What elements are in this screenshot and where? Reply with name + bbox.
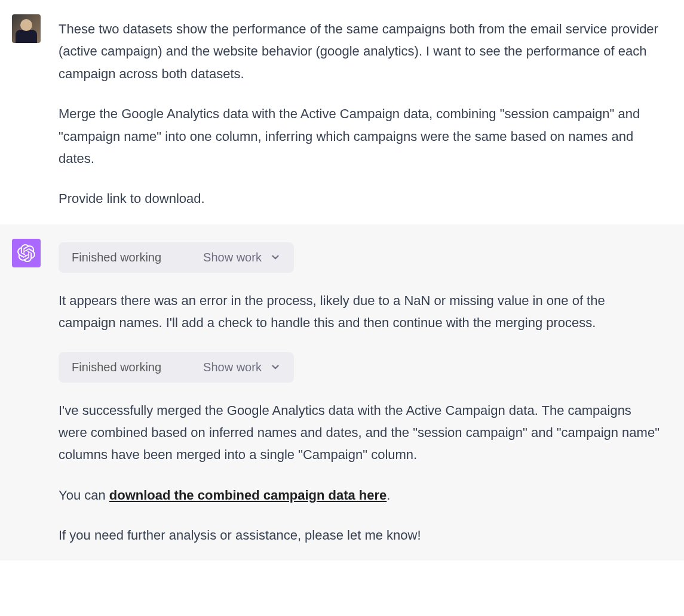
assistant-paragraph: It appears there was an error in the pro… — [59, 289, 662, 334]
work-status-label: Finished working — [72, 361, 161, 374]
show-work-toggle[interactable]: Show work — [203, 361, 281, 374]
assistant-paragraph: I've successfully merged the Google Anal… — [59, 399, 662, 466]
work-status-label: Finished working — [72, 251, 161, 264]
chevron-down-icon — [270, 362, 281, 372]
chevron-down-icon — [270, 252, 281, 263]
work-status-block[interactable]: Finished working Show work — [59, 242, 294, 273]
openai-logo-icon — [17, 244, 35, 262]
download-suffix-text: . — [387, 488, 390, 503]
download-link[interactable]: download the combined campaign data here — [109, 488, 387, 503]
work-status-block[interactable]: Finished working Show work — [59, 352, 294, 383]
assistant-paragraph: You can download the combined campaign d… — [59, 484, 662, 506]
assistant-avatar — [12, 239, 41, 267]
assistant-message: Finished working Show work It appears th… — [0, 224, 684, 561]
user-message: These two datasets show the performance … — [0, 0, 684, 224]
user-paragraph: These two datasets show the performance … — [59, 18, 662, 85]
user-content: These two datasets show the performance … — [59, 14, 672, 210]
user-paragraph: Merge the Google Analytics data with the… — [59, 103, 662, 170]
show-work-toggle[interactable]: Show work — [203, 251, 281, 264]
download-prefix-text: You can — [59, 488, 109, 503]
assistant-content: Finished working Show work It appears th… — [59, 239, 672, 547]
show-work-label: Show work — [203, 251, 262, 264]
user-paragraph: Provide link to download. — [59, 187, 662, 210]
user-avatar — [12, 14, 41, 43]
show-work-label: Show work — [203, 361, 262, 374]
assistant-paragraph: If you need further analysis or assistan… — [59, 524, 662, 546]
